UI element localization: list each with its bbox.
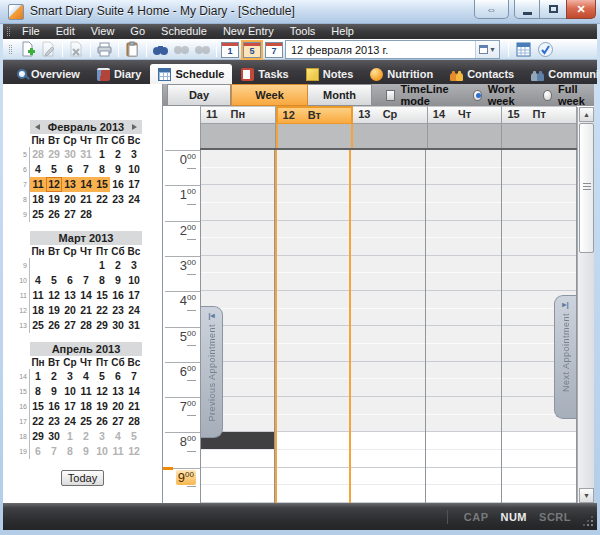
- calendar-day[interactable]: 9: [110, 273, 126, 288]
- time-slot[interactable]: [502, 256, 576, 274]
- time-slot[interactable]: [502, 203, 576, 221]
- time-slot[interactable]: [201, 203, 274, 221]
- calendar-day[interactable]: 1: [94, 147, 110, 162]
- calendar-day[interactable]: 11: [30, 177, 46, 192]
- time-slot[interactable]: [277, 468, 348, 486]
- time-slot[interactable]: [277, 150, 348, 168]
- time-slot[interactable]: [502, 432, 576, 450]
- time-slot[interactable]: [351, 450, 425, 468]
- calendar-day[interactable]: 12: [46, 177, 62, 192]
- prev-month-arrow-icon[interactable]: [35, 124, 40, 130]
- date-picker-field[interactable]: 12 февраля 2013 г. ▼: [285, 40, 500, 59]
- time-slot[interactable]: [277, 344, 348, 362]
- time-slot[interactable]: [351, 221, 425, 239]
- calendar-day[interactable]: 4: [78, 369, 94, 384]
- maximize-button[interactable]: [540, 0, 566, 19]
- allday-cell-14[interactable]: [428, 124, 503, 148]
- calendar-day[interactable]: 21: [78, 192, 94, 207]
- time-slot[interactable]: [351, 256, 425, 274]
- time-slot[interactable]: [201, 485, 274, 503]
- calendar-day[interactable]: 5: [126, 429, 142, 444]
- calendar-day[interactable]: 4: [30, 273, 46, 288]
- time-slot[interactable]: [502, 221, 576, 239]
- switch-window-button[interactable]: ⇔: [474, 0, 509, 19]
- calendar-day[interactable]: 23: [46, 414, 62, 429]
- calendar-day[interactable]: 30: [62, 147, 78, 162]
- calendar-day[interactable]: 31: [78, 147, 94, 162]
- time-slot[interactable]: [351, 238, 425, 256]
- calendar-day[interactable]: 2: [110, 258, 126, 273]
- time-slot[interactable]: [277, 273, 348, 291]
- time-slot[interactable]: [277, 256, 348, 274]
- calendar-day[interactable]: 6: [30, 444, 46, 459]
- calendar-day[interactable]: 8: [94, 162, 110, 177]
- calendar-day[interactable]: 12: [126, 444, 142, 459]
- time-slot[interactable]: [351, 344, 425, 362]
- calendar-day[interactable]: 9: [46, 384, 62, 399]
- scroll-down-button[interactable]: ▼: [579, 488, 594, 503]
- calendar-day[interactable]: 10: [126, 273, 142, 288]
- view-week-button[interactable]: Week: [231, 84, 308, 106]
- time-slot[interactable]: [426, 273, 500, 291]
- next-appointment-tab[interactable]: ▸| Next Appointment: [554, 295, 576, 419]
- time-slot[interactable]: [277, 415, 348, 433]
- time-slot[interactable]: [426, 238, 500, 256]
- today-button[interactable]: Today: [61, 470, 104, 486]
- calendar-day[interactable]: 29: [94, 318, 110, 333]
- menu-item-file[interactable]: File: [14, 24, 48, 39]
- time-slot[interactable]: [201, 273, 274, 291]
- find-previous-button[interactable]: [172, 41, 191, 59]
- allday-cell-13[interactable]: [353, 124, 428, 148]
- calendar-day[interactable]: 2: [110, 147, 126, 162]
- time-slot[interactable]: [351, 362, 425, 380]
- calendar-day[interactable]: 20: [62, 303, 78, 318]
- time-slot[interactable]: [502, 450, 576, 468]
- time-slot[interactable]: [351, 397, 425, 415]
- calendar-day[interactable]: 29: [46, 147, 62, 162]
- calendar-day[interactable]: 20: [110, 399, 126, 414]
- time-slot[interactable]: [277, 291, 348, 309]
- time-slot[interactable]: [277, 379, 348, 397]
- time-slot[interactable]: [426, 185, 500, 203]
- time-slot[interactable]: [426, 468, 500, 486]
- day-header-15[interactable]: 15Пт: [502, 106, 577, 124]
- tab-nutrition[interactable]: Nutrition: [362, 64, 441, 84]
- time-slot[interactable]: [426, 379, 500, 397]
- time-slot[interactable]: [502, 168, 576, 186]
- calendar-day[interactable]: 11: [110, 444, 126, 459]
- table-view-button[interactable]: [514, 41, 533, 59]
- calendar-day[interactable]: 24: [126, 192, 142, 207]
- time-slot[interactable]: [426, 326, 500, 344]
- allday-cell-15[interactable]: [502, 124, 577, 148]
- view-day-button[interactable]: Day: [167, 84, 231, 106]
- toolbar-view-1-button[interactable]: 1: [221, 42, 239, 58]
- calendar-day[interactable]: 23: [110, 303, 126, 318]
- calendar-day[interactable]: 17: [62, 399, 78, 414]
- calendar-day[interactable]: 4: [110, 429, 126, 444]
- drag-grip-icon[interactable]: [9, 45, 12, 54]
- calendar-day[interactable]: 28: [126, 414, 142, 429]
- time-slot[interactable]: [351, 150, 425, 168]
- calendar-day[interactable]: 31: [126, 318, 142, 333]
- time-slot[interactable]: [351, 273, 425, 291]
- time-slot[interactable]: [426, 291, 500, 309]
- allday-cell-11[interactable]: [200, 124, 276, 148]
- new-entry-button[interactable]: [18, 41, 37, 59]
- calendar-day[interactable]: 27: [110, 414, 126, 429]
- time-slot[interactable]: [277, 362, 348, 380]
- time-slot[interactable]: [502, 185, 576, 203]
- time-slot[interactable]: [201, 256, 274, 274]
- time-slot[interactable]: [351, 468, 425, 486]
- time-slot[interactable]: [426, 203, 500, 221]
- calendar-day[interactable]: 21: [126, 399, 142, 414]
- scroll-up-button[interactable]: ▲: [579, 107, 594, 122]
- tab-contacts[interactable]: Contacts: [442, 64, 522, 84]
- calendar-day[interactable]: 26: [46, 318, 62, 333]
- time-slot[interactable]: [351, 485, 425, 503]
- time-slot[interactable]: [351, 168, 425, 186]
- calendar-day[interactable]: 28: [30, 147, 46, 162]
- time-slot[interactable]: [201, 238, 274, 256]
- toolbar-view-7-button[interactable]: 7: [265, 42, 283, 58]
- calendar-day[interactable]: 14: [78, 288, 94, 303]
- calendar-day[interactable]: 28: [78, 318, 94, 333]
